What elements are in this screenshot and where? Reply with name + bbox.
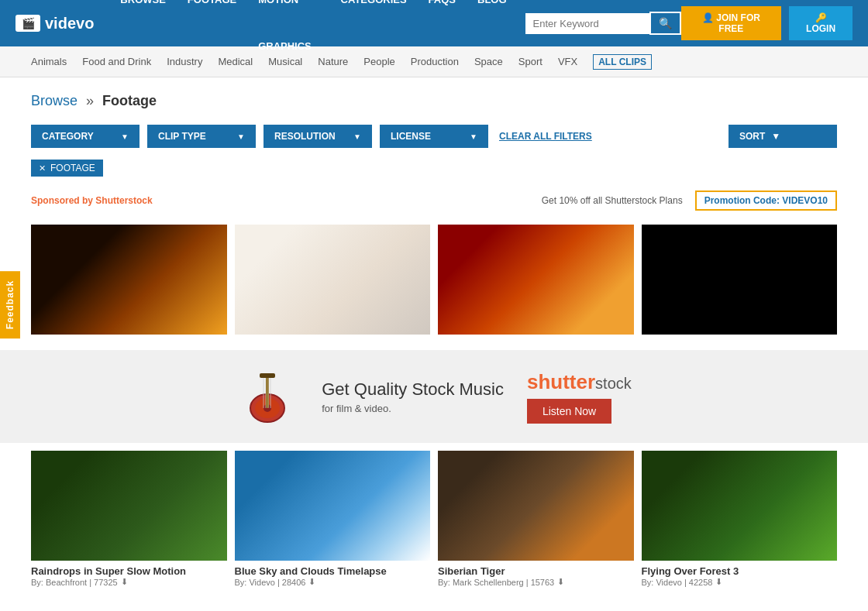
cat-animals[interactable]: Animals xyxy=(31,56,67,67)
nav-right: 👤 JOIN FOR FREE 🔑 LOGIN xyxy=(681,6,852,40)
download-icon[interactable]: ⬇ xyxy=(715,577,722,587)
video-thumb-4[interactable] xyxy=(642,225,838,335)
video-title-3: Siberian Tiger xyxy=(438,565,634,577)
breadcrumb: Browse » Footage xyxy=(31,93,837,109)
bottom-video-grid: Raindrops in Super Slow Motion By: Beach… xyxy=(0,451,868,607)
search-bar: 🔍 xyxy=(525,12,681,35)
video-info-3: Siberian Tiger By: Mark Schellenberg | 1… xyxy=(438,561,634,592)
remove-icon: ✕ xyxy=(39,163,46,173)
person-icon: 👤 xyxy=(702,12,714,23)
nav-footage[interactable]: FOOTAGE xyxy=(177,0,247,23)
navbar: 🎬 videvo BROWSE FOOTAGE MOTION GRAPHICS … xyxy=(0,0,868,46)
discount-text: Get 10% off all Shutterstock Plans xyxy=(542,195,683,206)
login-button[interactable]: 🔑 LOGIN xyxy=(789,6,852,40)
download-icon[interactable]: ⬇ xyxy=(557,577,564,587)
nav-blog[interactable]: BLOG xyxy=(467,0,518,23)
cat-space[interactable]: Space xyxy=(474,56,503,67)
video-title-2: Blue Sky and Clouds Timelapse xyxy=(235,565,431,577)
cat-sport[interactable]: Sport xyxy=(518,56,542,67)
cat-musical[interactable]: Musical xyxy=(268,56,302,67)
nav-categories[interactable]: CATEGORIES xyxy=(330,0,418,23)
top-video-grid xyxy=(0,217,868,342)
listen-now-button[interactable]: Listen Now xyxy=(527,399,611,424)
chevron-down-icon: ▼ xyxy=(470,132,477,141)
video-thumb-6[interactable] xyxy=(235,451,431,561)
video-thumb-5[interactable] xyxy=(31,451,227,561)
feedback-tab-container: Feedback xyxy=(0,270,20,340)
video-thumb-3[interactable] xyxy=(438,225,634,335)
cat-vfx[interactable]: VFX xyxy=(558,56,577,67)
video-item-2: Blue Sky and Clouds Timelapse By: Videvo… xyxy=(235,451,431,592)
clear-filters-button[interactable]: CLEAR ALL FILTERS xyxy=(496,125,595,148)
download-icon[interactable]: ⬇ xyxy=(121,577,128,587)
video-meta-1: By: Beachfront | 77325 ⬇ xyxy=(31,577,227,587)
breadcrumb-section: Browse » Footage xyxy=(0,77,868,117)
download-icon[interactable]: ⬇ xyxy=(308,577,315,587)
ad-banner: Get Quality Get Quality Stock MusicStock… xyxy=(0,350,868,443)
cat-people[interactable]: People xyxy=(363,56,394,67)
ad-headline: Get Quality Get Quality Stock MusicStock… xyxy=(322,379,504,400)
chevron-down-icon: ▼ xyxy=(121,132,129,141)
ad-brand-block: shutterstock Listen Now xyxy=(527,370,632,424)
video-title-1: Raindrops in Super Slow Motion xyxy=(31,565,227,577)
ad-subtext: for film & video. xyxy=(322,403,504,414)
search-input[interactable] xyxy=(525,13,649,34)
video-title-4: Flying Over Forest 3 xyxy=(642,565,838,577)
guitar-icon xyxy=(236,366,298,427)
login-icon: 🔑 xyxy=(815,12,827,23)
nav-browse[interactable]: BROWSE xyxy=(109,0,177,23)
search-button[interactable]: 🔍 xyxy=(649,12,681,35)
shutterstock-logo: shutterstock xyxy=(527,370,632,394)
video-thumb-2[interactable] xyxy=(235,225,431,335)
video-info-2: Blue Sky and Clouds Timelapse By: Videvo… xyxy=(235,561,431,592)
video-thumb-1[interactable] xyxy=(31,225,227,335)
video-info-4: Flying Over Forest 3 By: Videvo | 42258 … xyxy=(642,561,838,592)
sort-button[interactable]: SORT ▼ xyxy=(728,125,837,148)
logo-link[interactable]: 🎬 videvo xyxy=(16,15,94,33)
all-clips-link[interactable]: ALL CLIPS xyxy=(593,54,652,70)
chevron-down-icon: ▼ xyxy=(237,132,245,141)
join-button[interactable]: 👤 JOIN FOR FREE xyxy=(681,6,782,40)
chevron-down-icon: ▼ xyxy=(771,131,780,142)
cat-industry[interactable]: Industry xyxy=(167,56,202,67)
svg-rect-4 xyxy=(260,373,275,378)
logo-text: videvo xyxy=(45,15,94,33)
chevron-down-icon: ▼ xyxy=(353,132,361,141)
video-thumb-8[interactable] xyxy=(642,451,838,561)
breadcrumb-browse[interactable]: Browse xyxy=(31,93,78,108)
nav-faqs[interactable]: FAQS xyxy=(418,0,467,23)
clip-type-filter[interactable]: CLIP TYPE ▼ xyxy=(147,125,256,148)
cat-food-and-drink[interactable]: Food and Drink xyxy=(82,56,151,67)
promo-code-box: Promotion Code: VIDEVO10 xyxy=(695,191,837,211)
video-meta-3: By: Mark Schellenberg | 15763 ⬇ xyxy=(438,577,634,587)
ad-text-block: Get Quality Get Quality Stock MusicStock… xyxy=(322,379,504,414)
active-filters: ✕ FOOTAGE xyxy=(0,156,868,184)
svg-rect-3 xyxy=(266,373,269,408)
video-meta-4: By: Videvo | 42258 ⬇ xyxy=(642,577,838,587)
video-item-3: Siberian Tiger By: Mark Schellenberg | 1… xyxy=(438,451,634,592)
active-filter-tag[interactable]: ✕ FOOTAGE xyxy=(31,160,103,177)
video-info-1: Raindrops in Super Slow Motion By: Beach… xyxy=(31,561,227,592)
feedback-button[interactable]: Feedback xyxy=(0,270,20,338)
breadcrumb-separator: » xyxy=(86,93,94,108)
sponsored-text: Sponsored by Shutterstock xyxy=(31,195,153,206)
video-meta-2: By: Videvo | 28406 ⬇ xyxy=(235,577,431,587)
video-item-4: Flying Over Forest 3 By: Videvo | 42258 … xyxy=(642,451,838,592)
cat-nature[interactable]: Nature xyxy=(318,56,348,67)
cat-production[interactable]: Production xyxy=(411,56,459,67)
video-item-1: Raindrops in Super Slow Motion By: Beach… xyxy=(31,451,227,592)
category-filter[interactable]: CATEGORY ▼ xyxy=(31,125,140,148)
video-thumb-7[interactable] xyxy=(438,451,634,561)
resolution-filter[interactable]: RESOLUTION ▼ xyxy=(264,125,372,148)
breadcrumb-current: Footage xyxy=(102,93,157,108)
logo-icon: 🎬 xyxy=(16,15,40,32)
cat-medical[interactable]: Medical xyxy=(218,56,253,67)
sponsored-bar: Sponsored by Shutterstock Get 10% off al… xyxy=(0,184,868,217)
license-filter[interactable]: LICENSE ▼ xyxy=(380,125,488,148)
filters-bar: CATEGORY ▼ CLIP TYPE ▼ RESOLUTION ▼ LICE… xyxy=(0,117,868,156)
